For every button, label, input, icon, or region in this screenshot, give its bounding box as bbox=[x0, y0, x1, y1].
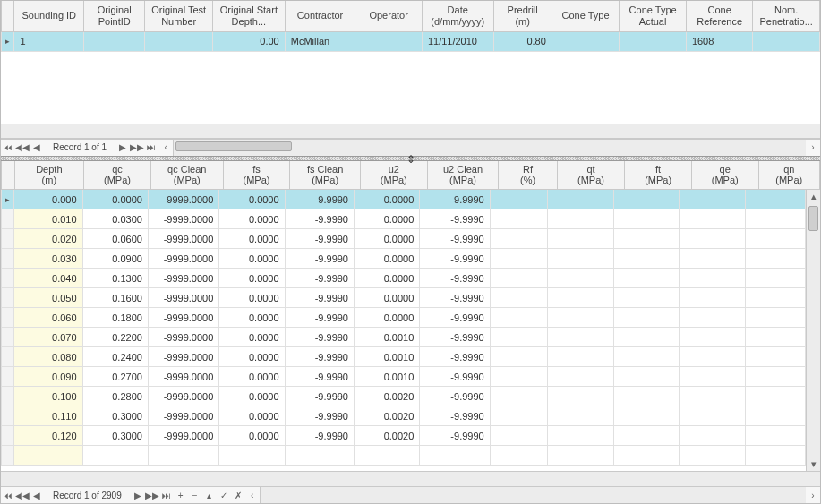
chevron-right-icon[interactable]: › bbox=[806, 488, 820, 503]
cell[interactable]: 0.0600 bbox=[82, 229, 148, 249]
nav-prev-button[interactable]: ◀ bbox=[30, 488, 44, 503]
cell[interactable]: -9999.0000 bbox=[148, 426, 218, 446]
cell[interactable] bbox=[148, 446, 218, 466]
cell[interactable] bbox=[745, 308, 805, 328]
cell[interactable]: -9.9990 bbox=[420, 288, 490, 308]
cell-predrill[interactable]: 0.80 bbox=[493, 32, 552, 52]
lower-rows[interactable]: ▸0.0000.0000-9999.00000.0000-9.99900.000… bbox=[1, 190, 806, 466]
table-row[interactable]: 0.0800.2400-9999.00000.0000-9.99900.0010… bbox=[2, 347, 806, 367]
cell[interactable] bbox=[285, 446, 354, 466]
cell[interactable] bbox=[82, 446, 148, 466]
upper-hscroll-track[interactable] bbox=[173, 140, 806, 156]
cell[interactable]: 0.0300 bbox=[82, 209, 148, 229]
column-header[interactable]: Cone TypeActual bbox=[620, 1, 687, 31]
nav-prev-button[interactable]: ◀ bbox=[30, 140, 44, 155]
cell[interactable]: 0.0000 bbox=[219, 387, 285, 406]
cell[interactable] bbox=[547, 288, 613, 308]
scroll-thumb-icon[interactable] bbox=[808, 206, 818, 231]
cell[interactable] bbox=[490, 269, 547, 288]
cell[interactable] bbox=[490, 347, 547, 367]
lower-hscroll[interactable] bbox=[1, 471, 820, 486]
cell[interactable] bbox=[547, 328, 613, 347]
cell[interactable]: 0.120 bbox=[14, 426, 82, 446]
cell[interactable] bbox=[490, 249, 547, 269]
cell-operator[interactable] bbox=[355, 32, 423, 52]
lower-hscroll-track[interactable] bbox=[260, 487, 806, 503]
cell-cone-type[interactable] bbox=[552, 32, 620, 52]
cell[interactable]: -9.9990 bbox=[285, 249, 354, 269]
nav-next-button[interactable]: ▶ bbox=[115, 140, 130, 155]
column-header[interactable]: qc Clean(MPa) bbox=[150, 161, 223, 190]
cell[interactable] bbox=[614, 190, 680, 209]
column-header[interactable]: Nom.Penetratio... bbox=[753, 1, 820, 31]
cell[interactable]: 0.0000 bbox=[219, 269, 285, 288]
cell[interactable] bbox=[490, 387, 547, 406]
table-row[interactable]: 0.0700.2200-9999.00000.0000-9.99900.0010… bbox=[2, 328, 806, 347]
cell[interactable]: 0.0000 bbox=[354, 308, 419, 328]
cell[interactable] bbox=[547, 269, 613, 288]
cell[interactable] bbox=[547, 308, 613, 328]
table-row[interactable]: 0.0300.0900-9999.00000.0000-9.99900.0000… bbox=[2, 249, 806, 269]
cell[interactable] bbox=[490, 406, 547, 426]
cell[interactable] bbox=[680, 328, 745, 347]
cell[interactable] bbox=[745, 249, 805, 269]
cell[interactable] bbox=[490, 367, 547, 387]
cell[interactable]: 0.3000 bbox=[82, 406, 148, 426]
cell[interactable]: 0.040 bbox=[14, 269, 82, 288]
table-row[interactable]: 0.0900.2700-9999.00000.0000-9.99900.0010… bbox=[2, 367, 806, 387]
nav-delete-button[interactable]: − bbox=[188, 488, 202, 503]
cell[interactable]: 0.0000 bbox=[219, 406, 285, 426]
splitter-handle-icon[interactable]: ⇕ bbox=[406, 153, 415, 166]
column-header[interactable]: qc(MPa) bbox=[84, 161, 151, 190]
cell[interactable]: -9999.0000 bbox=[148, 190, 218, 209]
cell[interactable]: 0.110 bbox=[14, 406, 82, 426]
cell[interactable]: 0.2700 bbox=[82, 367, 148, 387]
cell[interactable] bbox=[614, 367, 680, 387]
column-header[interactable]: qe(MPa) bbox=[691, 161, 758, 190]
cell[interactable]: -9.9990 bbox=[420, 308, 490, 328]
cell[interactable]: -9.9990 bbox=[285, 347, 354, 367]
cell[interactable] bbox=[219, 446, 285, 466]
cell[interactable] bbox=[490, 190, 547, 209]
cell-cone-ref[interactable]: 1608 bbox=[686, 32, 753, 52]
cell[interactable]: -9.9990 bbox=[420, 229, 490, 249]
nav-prevpage-button[interactable]: ◀◀ bbox=[15, 488, 30, 503]
cell-orig-point[interactable] bbox=[84, 32, 145, 52]
cell[interactable] bbox=[547, 387, 613, 406]
cell[interactable]: 0.0900 bbox=[82, 249, 148, 269]
table-row[interactable]: 0.0200.0600-9999.00000.0000-9.99900.0000… bbox=[2, 229, 806, 249]
cell[interactable] bbox=[614, 209, 680, 229]
cell[interactable] bbox=[547, 406, 613, 426]
cell[interactable] bbox=[490, 308, 547, 328]
chevron-left-icon[interactable]: ‹ bbox=[245, 488, 260, 503]
column-header[interactable]: ConeReference bbox=[686, 1, 753, 31]
cell[interactable] bbox=[745, 446, 805, 466]
cell[interactable]: 0.0010 bbox=[354, 367, 419, 387]
column-header[interactable]: OriginalPointID bbox=[84, 1, 145, 31]
cell-contractor[interactable]: McMillan bbox=[285, 32, 355, 52]
column-header[interactable]: fs Clean(MPa) bbox=[290, 161, 361, 190]
cell[interactable]: 0.0000 bbox=[354, 269, 419, 288]
horizontal-splitter[interactable]: ⇕ bbox=[1, 156, 820, 161]
nav-prevpage-button[interactable]: ◀◀ bbox=[15, 140, 30, 155]
cell[interactable]: 0.100 bbox=[14, 387, 82, 406]
cell[interactable]: 0.0000 bbox=[354, 190, 419, 209]
column-header[interactable]: Contractor bbox=[285, 1, 355, 31]
cell[interactable]: 0.0000 bbox=[219, 367, 285, 387]
cell[interactable] bbox=[14, 446, 82, 466]
cell-cone-type-actual[interactable] bbox=[620, 32, 687, 52]
cell[interactable]: 0.0020 bbox=[354, 406, 419, 426]
cell[interactable]: -9999.0000 bbox=[148, 288, 218, 308]
cell[interactable] bbox=[547, 229, 613, 249]
cell[interactable] bbox=[614, 347, 680, 367]
nav-first-button[interactable]: ⏮ bbox=[1, 488, 15, 503]
cell[interactable]: -9.9990 bbox=[285, 190, 354, 209]
cell[interactable]: -9.9990 bbox=[420, 426, 490, 446]
cell[interactable]: -9.9990 bbox=[420, 328, 490, 347]
column-header[interactable]: Rf(%) bbox=[499, 161, 557, 190]
cell[interactable]: -9.9990 bbox=[420, 209, 490, 229]
cell[interactable]: 0.0000 bbox=[219, 347, 285, 367]
nav-edit-button[interactable]: ▴ bbox=[202, 488, 217, 503]
cell[interactable] bbox=[680, 406, 745, 426]
cell-date[interactable]: 11/11/2010 bbox=[422, 32, 493, 52]
